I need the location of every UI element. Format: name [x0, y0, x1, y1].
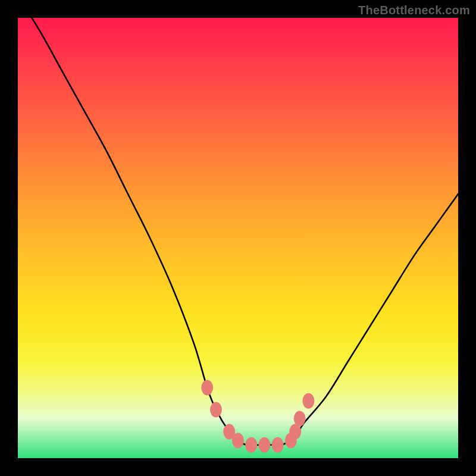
attribution-text: TheBottleneck.com — [358, 4, 470, 17]
plot-area — [18, 18, 458, 458]
chart-frame: TheBottleneck.com — [0, 0, 476, 476]
curve-marker — [294, 411, 306, 426]
curve-marker — [258, 437, 270, 453]
curve-marker — [245, 437, 257, 453]
curve-marker — [232, 433, 244, 448]
curve-svg — [18, 18, 458, 458]
bottleneck-curve — [18, 18, 458, 446]
curve-marker — [272, 437, 284, 453]
curve-marker — [201, 380, 213, 396]
curve-markers — [201, 380, 314, 453]
curve-marker — [289, 424, 301, 440]
curve-marker — [302, 393, 314, 409]
curve-marker — [210, 402, 222, 418]
